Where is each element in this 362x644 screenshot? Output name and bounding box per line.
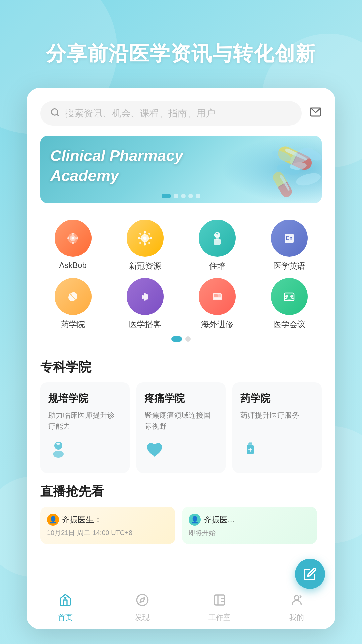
askbob-icon [55, 220, 92, 257]
discover-icon [136, 593, 149, 610]
svg-point-15 [76, 237, 78, 239]
nav-profile-label: 我的 [289, 612, 304, 623]
banner-dot-1 [162, 194, 171, 198]
english-icon: En [271, 220, 308, 257]
search-icon [50, 108, 60, 119]
live-header: 直播抢先看 [40, 483, 322, 500]
bottom-navigation: 首页 发现 工作室 [27, 588, 335, 629]
svg-point-17 [144, 231, 146, 233]
svg-rect-44 [218, 294, 221, 297]
nav-discover-label: 发现 [135, 612, 150, 623]
svg-rect-61 [215, 595, 225, 605]
nav-studio[interactable]: 工作室 [181, 593, 258, 623]
svg-point-21 [139, 233, 141, 235]
nav-home[interactable]: 首页 [27, 593, 104, 623]
banner-title: Clinical Pharmacy Academy [50, 146, 183, 186]
live-section: 直播抢先看 👤 齐振医生： 10月21日 周二 14:00 UTC+8 👤 齐振… [27, 483, 335, 544]
pharmacy-card-title: 药学院 [240, 392, 314, 406]
specialty-cards: 规培学院 助力临床医师提升诊疗能力 疼痛学院 聚焦疼痛领域连接国际视野 [27, 382, 335, 483]
svg-marker-60 [140, 598, 145, 602]
svg-point-50 [53, 451, 64, 458]
svg-point-24 [148, 242, 150, 244]
svg-rect-39 [142, 295, 144, 299]
svg-rect-43 [214, 294, 218, 297]
svg-point-18 [144, 243, 146, 245]
svg-point-23 [139, 242, 141, 244]
page-dot-1 [171, 336, 182, 342]
covid-label: 新冠资源 [129, 261, 161, 271]
search-area: 搜索资讯、机会、课程、指南、用户 [27, 101, 335, 126]
nav-studio-label: 工作室 [208, 612, 231, 623]
training-card-icon [48, 436, 122, 464]
icons-row-2: 药学院 医学播客 [40, 278, 322, 330]
svg-point-59 [137, 594, 148, 605]
svg-rect-51 [57, 444, 60, 445]
nav-profile[interactable]: 我的 [258, 593, 335, 623]
training-label: 住培 [209, 261, 225, 271]
icon-abroad[interactable]: 海外进修 [184, 278, 250, 330]
svg-point-20 [150, 237, 152, 239]
svg-rect-31 [214, 239, 221, 245]
svg-rect-52 [56, 443, 60, 444]
svg-point-11 [72, 237, 74, 239]
podcast-label: 医学播客 [129, 319, 161, 330]
banner-dot-2 [174, 194, 178, 198]
search-bar[interactable]: 搜索资讯、机会、课程、指南、用户 [40, 101, 302, 126]
icons-row-1: AskBob [40, 220, 322, 271]
svg-rect-55 [249, 442, 252, 444]
banner-dot-3 [181, 194, 186, 198]
svg-point-12 [72, 233, 74, 235]
training-icon [199, 220, 236, 257]
english-label: 医学英语 [273, 261, 305, 271]
svg-line-1 [57, 114, 58, 116]
icon-covid[interactable]: 新冠资源 [112, 220, 178, 271]
icon-english[interactable]: En 医学英语 [256, 220, 322, 271]
pharmacy-card-icon [240, 436, 314, 464]
svg-point-13 [72, 242, 74, 244]
specialty-card-pain[interactable]: 疼痛学院 聚焦疼痛领域连接国际视野 [136, 382, 226, 473]
banner-dot-4 [188, 194, 193, 198]
pharmacy-icon [55, 278, 92, 315]
live-avatar-1: 👤 [47, 514, 59, 526]
banner-pagination [162, 194, 200, 198]
svg-point-5 [295, 171, 322, 188]
askbob-label: AskBob [59, 261, 87, 270]
conference-label: 医学会议 [273, 319, 305, 330]
svg-rect-34 [217, 233, 218, 235]
nav-home-label: 首页 [58, 612, 73, 623]
icons-pagination [40, 336, 322, 342]
svg-point-19 [138, 237, 140, 239]
home-icon [59, 593, 72, 610]
spacer [27, 544, 335, 588]
live-card-2[interactable]: 👤 齐振医... 即将开始 [182, 507, 317, 544]
abroad-label: 海外进修 [201, 319, 233, 330]
banner[interactable]: Clinical Pharmacy Academy [40, 136, 322, 203]
specialty-card-training[interactable]: 规培学院 助力临床医师提升诊疗能力 [40, 382, 130, 473]
svg-point-47 [285, 295, 288, 298]
main-card: 搜索资讯、机会、课程、指南、用户 Clinical Pharmacy Acade… [27, 88, 335, 629]
mail-icon[interactable] [310, 106, 322, 121]
icon-conference[interactable]: 医学会议 [256, 278, 322, 330]
svg-text:En: En [286, 235, 292, 241]
podcast-icon [127, 278, 164, 315]
icon-podcast[interactable]: 医学播客 [112, 278, 178, 330]
live-card-1[interactable]: 👤 齐振医生： 10月21日 周二 14:00 UTC+8 [40, 507, 175, 544]
live-card-author-1: 齐振医生： [62, 514, 102, 525]
banner-dot-5 [196, 194, 200, 198]
nav-discover[interactable]: 发现 [104, 593, 181, 623]
pain-card-title: 疼痛学院 [144, 392, 218, 406]
icon-askbob[interactable]: AskBob [40, 220, 106, 271]
icon-pharmacy[interactable]: 药学院 [40, 278, 106, 330]
svg-point-6 [270, 149, 292, 164]
profile-icon [290, 593, 303, 610]
pain-card-desc: 聚焦疼痛领域连接国际视野 [144, 410, 218, 432]
svg-rect-41 [146, 294, 148, 300]
pharmacy-card-desc: 药师提升医疗服务 [240, 410, 314, 421]
specialty-card-pharmacy[interactable]: 药学院 药师提升医疗服务 [232, 382, 322, 473]
svg-point-29 [143, 236, 147, 240]
svg-rect-57 [248, 449, 252, 450]
hero-tagline: 分享前沿医学资讯与转化创新 [0, 0, 362, 88]
studio-icon [213, 593, 226, 610]
icon-training[interactable]: 住培 [184, 220, 250, 271]
fab-compose-button[interactable] [295, 559, 325, 589]
